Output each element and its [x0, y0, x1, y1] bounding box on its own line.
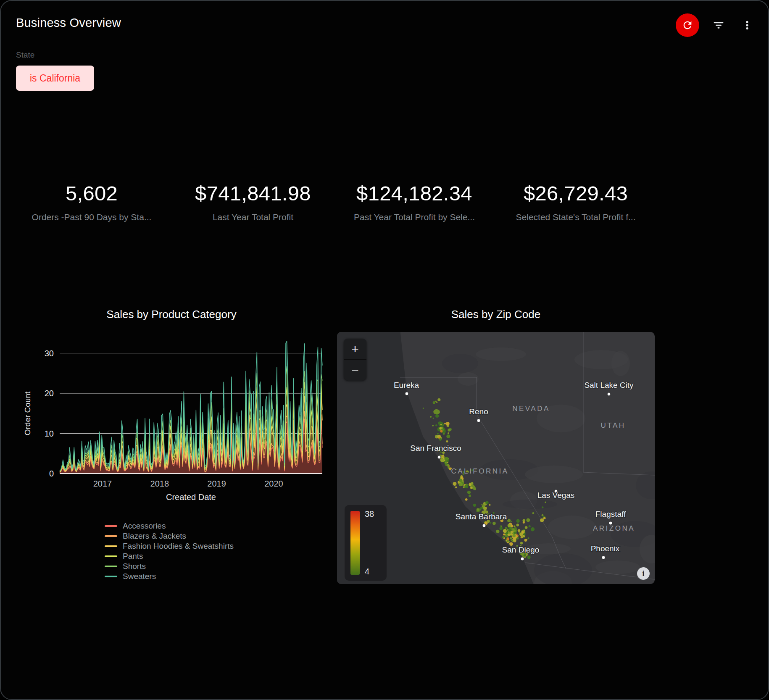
- legend-swatch: [105, 525, 117, 527]
- state-filter-chip[interactable]: is California: [16, 66, 94, 91]
- map-canvas[interactable]: NEVADAUTAHCALIFORNIAARIZONAEurekaRenoSal…: [337, 332, 655, 584]
- x-tick-label: 2017: [93, 479, 112, 488]
- zip-dot: [532, 512, 535, 514]
- zip-dot: [505, 534, 508, 537]
- zip-dot: [513, 539, 516, 542]
- zip-dot: [525, 526, 528, 529]
- legend-label: Sweaters: [123, 572, 156, 581]
- zip-dot: [440, 430, 442, 433]
- legend-label: Pants: [123, 552, 143, 561]
- scale-min-label: 4: [365, 567, 369, 576]
- scorecard-orders-past-90-days: 5,602 Orders -Past 90 Days by Sta...: [11, 182, 172, 222]
- city-dot-flagstaff: [609, 521, 612, 525]
- zip-dot: [489, 504, 491, 506]
- zip-dot: [526, 539, 527, 541]
- city-label-las-vegas: Las Vegas: [537, 491, 575, 500]
- zip-dot: [482, 505, 485, 507]
- city-dot-reno: [477, 419, 480, 422]
- zip-dot: [519, 533, 523, 537]
- map-panel: Sales by Zip Code NEVADAUTAHCALIFORNIAAR…: [337, 306, 655, 584]
- zip-dot: [464, 484, 468, 488]
- zip-dot: [514, 530, 516, 532]
- y-tick-label: 10: [45, 429, 54, 438]
- zip-dot: [511, 539, 512, 541]
- map-zoom-control: + −: [344, 339, 366, 381]
- zoom-out-button[interactable]: −: [344, 360, 366, 381]
- zip-dot: [444, 457, 448, 461]
- zip-dot: [531, 527, 535, 531]
- x-tick-label: 2019: [207, 479, 226, 488]
- legend-item-sweaters[interactable]: Sweaters: [105, 571, 332, 582]
- legend-label: Blazers & Jackets: [123, 532, 186, 541]
- refresh-button[interactable]: [676, 13, 699, 37]
- city-label-phoenix: Phoenix: [591, 544, 620, 553]
- page-title: Business Overview: [16, 16, 121, 30]
- zoom-in-button[interactable]: +: [344, 339, 366, 360]
- terrain-patch: [525, 466, 583, 483]
- filter-control-label: State: [16, 50, 34, 60]
- zip-dot: [477, 508, 479, 511]
- scorecard-selected-state-total-profit: $26,729.43 Selected State's Total Profit…: [495, 182, 656, 222]
- more-options-icon[interactable]: [738, 16, 756, 34]
- map-title: Sales by Zip Code: [337, 306, 655, 323]
- zip-dot: [545, 501, 546, 503]
- city-dot-san-francisco: [437, 455, 441, 459]
- zip-dot: [508, 524, 511, 527]
- state-label-nevada: NEVADA: [512, 405, 550, 413]
- map-info-button[interactable]: i: [637, 567, 650, 580]
- zip-dot: [448, 432, 449, 434]
- zip-dot: [490, 522, 491, 524]
- zip-dot: [436, 402, 437, 403]
- legend-swatch: [105, 545, 117, 547]
- city-dot-salt-lake-city: [607, 392, 611, 396]
- terrain-patch: [636, 471, 655, 499]
- terrain-patch: [458, 372, 479, 386]
- scale-max-label: 38: [365, 509, 374, 519]
- scorecard-label: Selected State's Total Profit f...: [495, 212, 656, 222]
- zip-dot: [458, 482, 462, 486]
- zip-dot: [543, 517, 546, 520]
- legend-item-blazers-jackets[interactable]: Blazers & Jackets: [105, 531, 332, 541]
- zip-dot: [443, 433, 445, 435]
- scorecard-value: $741,841.98: [172, 182, 334, 205]
- dashboard-page: Business Overview State is California 5,…: [0, 0, 769, 700]
- zip-dot: [442, 455, 444, 456]
- legend-item-fashion-hoodies-sweatshirts[interactable]: Fashion Hoodies & Sweatshirts: [105, 541, 332, 551]
- terrain-patch: [534, 553, 592, 584]
- zip-dot: [509, 532, 511, 534]
- scorecard-row: 5,602 Orders -Past 90 Days by Sta... $74…: [11, 182, 656, 222]
- zip-dot: [447, 462, 448, 463]
- zip-dot: [446, 422, 450, 426]
- zip-dot: [432, 425, 434, 426]
- color-scale-bar: [350, 511, 360, 575]
- zip-dot: [433, 401, 435, 404]
- info-icon: i: [642, 569, 644, 578]
- city-label-san-francisco: San Francisco: [410, 444, 461, 453]
- legend-item-pants[interactable]: Pants: [105, 551, 332, 561]
- legend-item-accessories[interactable]: Accessories: [105, 521, 332, 531]
- zip-dot: [440, 424, 442, 426]
- zip-dot: [508, 529, 511, 532]
- scorecard-value: $124,182.34: [334, 182, 495, 205]
- category-chart-panel: Sales by Product Category 01020302017201…: [11, 306, 332, 582]
- zip-dot: [430, 416, 432, 418]
- zip-dot: [485, 501, 489, 505]
- kebab-icon: [742, 20, 753, 31]
- zip-dot: [435, 424, 437, 426]
- zip-dot: [520, 542, 523, 545]
- scorecard-label: Orders -Past 90 Days by Sta...: [11, 212, 172, 222]
- legend-item-shorts[interactable]: Shorts: [105, 561, 332, 571]
- scorecard-value: $26,729.43: [495, 182, 656, 205]
- zip-dot: [492, 522, 496, 525]
- zip-dot: [433, 418, 434, 419]
- zip-dot: [448, 429, 450, 432]
- filter-icon[interactable]: [709, 16, 728, 34]
- map-color-legend: 38 4: [345, 505, 387, 581]
- city-dot-eureka: [405, 392, 408, 395]
- scorecard-last-year-total-profit: $741,841.98 Last Year Total Profit: [172, 182, 334, 222]
- zip-dot: [523, 521, 525, 524]
- scorecard-label: Last Year Total Profit: [172, 212, 334, 222]
- zip-dot: [507, 519, 511, 522]
- zip-dot: [528, 537, 529, 539]
- zip-dot: [499, 527, 503, 530]
